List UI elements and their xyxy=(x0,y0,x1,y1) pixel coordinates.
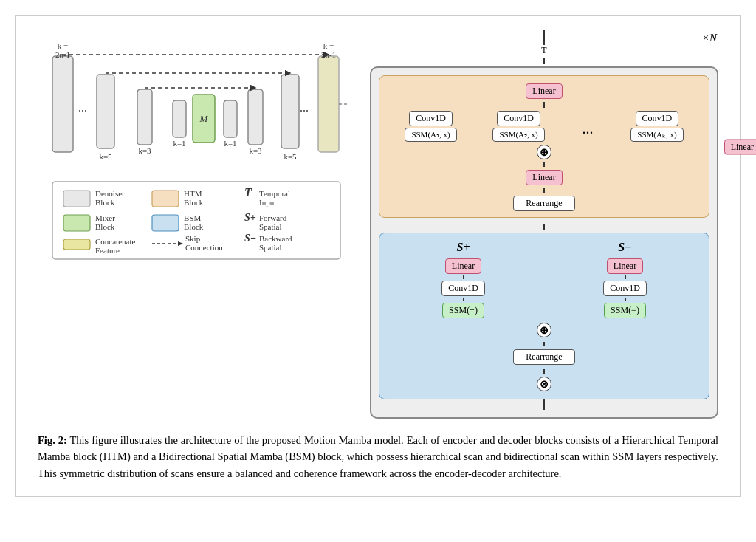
line-sp1 xyxy=(463,275,464,279)
top-line xyxy=(543,30,545,45)
arrow2 xyxy=(543,162,545,167)
t-label: T xyxy=(541,45,546,56)
svg-text:Concatenate: Concatenate xyxy=(95,237,135,246)
svg-text:k=3: k=3 xyxy=(249,146,262,155)
svg-text:k=1: k=1 xyxy=(173,139,185,148)
bsm-times-circle: ⊗ xyxy=(537,377,551,391)
svg-text:Block: Block xyxy=(95,222,115,231)
svg-rect-38 xyxy=(152,215,179,231)
caption: Fig. 2: This figure illustrates the arch… xyxy=(38,432,718,481)
bsm-cols: S+ Linear Conv1D SSM(+) S− Linear xyxy=(387,241,701,318)
arrow-out xyxy=(543,399,545,410)
bsm-arrow2 xyxy=(543,369,545,374)
ssm-group-2: Conv1D SSM(A₂, x) xyxy=(492,111,544,142)
svg-text:Block: Block xyxy=(95,198,115,207)
conv1d-row: Conv1D SSM(A₁, x) Conv1D SSM(A₂, x) ... … xyxy=(387,111,701,142)
arrow1 xyxy=(543,102,545,108)
dots: ... xyxy=(581,120,595,137)
bsm-plus-row: ⊕ xyxy=(387,323,701,337)
svg-text:Temporal: Temporal xyxy=(259,189,290,198)
bsm-block: S+ Linear Conv1D SSM(+) S− Linear xyxy=(379,233,709,399)
diagram-row: k = 2n-1 k=5 k=3 k=1 M k=1 k=3 xyxy=(38,30,718,419)
top-input: T xyxy=(370,30,718,64)
ssm-sm: SSM(−) xyxy=(604,303,646,318)
svg-text:T: T xyxy=(244,186,252,199)
right-diagram: ×N T Linear xyxy=(370,30,718,419)
ssm-group-k: Conv1D SSM(Aₖ, x) xyxy=(630,111,683,142)
svg-rect-7 xyxy=(173,100,186,137)
svg-text:k=3: k=3 xyxy=(138,146,151,155)
svg-text:Block: Block xyxy=(184,222,204,231)
figure-container: k = 2n-1 k=5 k=3 k=1 M k=1 k=3 xyxy=(15,15,741,497)
s-plus-label: S+ xyxy=(456,241,470,254)
ssm-k: SSM(Aₖ, x) xyxy=(630,128,683,142)
line-sp2 xyxy=(463,298,464,301)
s-minus-col: S− Linear Conv1D SSM(−) xyxy=(549,241,701,318)
svg-text:···: ··· xyxy=(300,105,309,117)
conv1d-1: Conv1D xyxy=(409,111,453,126)
svg-text:Spatial: Spatial xyxy=(259,243,282,252)
svg-rect-5 xyxy=(137,89,152,145)
svg-text:Block: Block xyxy=(184,198,204,207)
bsm-rearrange-row: Rearrange xyxy=(387,349,701,365)
svg-rect-17 xyxy=(318,56,339,152)
rearrange-row: Rearrange xyxy=(387,196,701,211)
s-minus-label: S− xyxy=(618,241,632,254)
svg-rect-29 xyxy=(152,191,179,207)
svg-text:M: M xyxy=(199,113,209,124)
caption-label: Fig. 2: xyxy=(38,434,67,446)
svg-text:S−: S− xyxy=(244,233,256,244)
svg-text:Backward: Backward xyxy=(259,234,292,243)
svg-text:Spatial: Spatial xyxy=(259,222,282,231)
bsm-arrow1 xyxy=(543,342,545,346)
linear-sp: Linear xyxy=(445,258,481,274)
svg-rect-0 xyxy=(52,56,73,152)
conv1d-2: Conv1D xyxy=(497,111,540,126)
svg-rect-11 xyxy=(224,100,237,137)
s-plus-col: S+ Linear Conv1D SSM(+) xyxy=(387,241,540,318)
line-sm1 xyxy=(625,275,626,279)
bsm-times-row: ⊗ xyxy=(387,377,701,391)
rearrange-box: Rearrange xyxy=(513,196,574,211)
svg-text:Forward: Forward xyxy=(259,213,287,222)
bsm-plus-circle: ⊕ xyxy=(537,323,551,337)
svg-text:k=5: k=5 xyxy=(99,152,112,161)
linear-top-box: Linear xyxy=(526,83,562,99)
svg-rect-26 xyxy=(63,191,90,207)
xn-label: ×N xyxy=(702,32,717,44)
ssm-2: SSM(A₂, x) xyxy=(492,128,544,142)
linear-right-box: Linear xyxy=(724,139,756,154)
svg-text:···: ··· xyxy=(78,105,87,117)
svg-text:k=5: k=5 xyxy=(284,152,297,161)
svg-text:k=1: k=1 xyxy=(224,139,236,148)
svg-text:Input: Input xyxy=(259,198,276,207)
arrow3 xyxy=(543,188,545,193)
conv1d-sp: Conv1D xyxy=(441,281,485,296)
svg-text:Denoiser: Denoiser xyxy=(95,189,125,198)
svg-text:S+: S+ xyxy=(244,212,256,223)
linear-bottom-box: Linear xyxy=(526,170,562,185)
svg-rect-15 xyxy=(281,75,299,148)
ssm-1: SSM(A₁, x) xyxy=(405,128,456,142)
svg-text:Mixer: Mixer xyxy=(95,213,115,222)
svg-rect-44 xyxy=(63,239,90,250)
svg-text:Feature: Feature xyxy=(95,246,120,255)
svg-rect-3 xyxy=(97,75,114,148)
t-line xyxy=(543,58,545,64)
svg-text:HTM: HTM xyxy=(184,189,202,198)
ssm-group-1: Conv1D SSM(A₁, x) xyxy=(405,111,456,142)
plus-op-row: ⊕ xyxy=(387,145,701,159)
svg-text:Connection: Connection xyxy=(185,243,223,252)
caption-text: This figure illustrates the architecture… xyxy=(38,434,718,479)
htm-block: Linear Conv1D SSM(A₁, x) Conv1D SSM(A₂, … xyxy=(379,75,709,218)
ssm-sp: SSM(+) xyxy=(442,303,484,318)
svg-text:Skip: Skip xyxy=(185,234,201,243)
left-diagram: k = 2n-1 k=5 k=3 k=1 M k=1 k=3 xyxy=(38,30,348,267)
linear-right-container: Linear xyxy=(724,139,756,154)
linear-top-row: Linear xyxy=(387,83,701,99)
conv1d-3: Conv1D xyxy=(636,111,679,126)
linear-sm: Linear xyxy=(607,258,643,274)
line-sm2 xyxy=(625,298,626,301)
svg-text:k =: k = xyxy=(323,41,334,50)
arrow-between xyxy=(543,224,545,230)
